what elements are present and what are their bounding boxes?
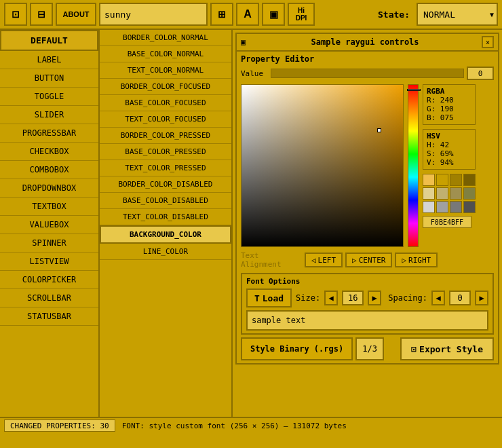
- swatch-10[interactable]: [450, 201, 462, 213]
- prop-text-color-disabled[interactable]: TEXT_COLOR_DISABLED: [100, 209, 231, 225]
- sidebar-item-combobox[interactable]: COMBOBOX: [0, 161, 98, 179]
- sidebar-item-listview[interactable]: LISTVIEW: [0, 253, 98, 271]
- prop-base-color-pressed[interactable]: BASE_COLOR_PRESSED: [100, 144, 231, 160]
- file-icon-btn[interactable]: ⊡: [4, 3, 27, 26]
- prop-border-color-disabled[interactable]: BORDER_COLOR_DISABLED: [100, 176, 231, 193]
- align-right-icon: ▷: [402, 256, 406, 265]
- swatch-9[interactable]: [436, 201, 448, 213]
- changed-text: CHANGED PROPERTIES: 30: [10, 422, 109, 430]
- sidebar-item-button[interactable]: BUTTON: [0, 69, 98, 88]
- size-display: 16: [342, 291, 364, 305]
- sidebar-item-checkbox[interactable]: CHECKBOX: [0, 143, 98, 161]
- sidebar-item-scrollbar[interactable]: SCROLLBAR: [0, 289, 98, 307]
- state-select[interactable]: NORMAL FOCUSED PRESSED DISABLED: [417, 3, 498, 26]
- sidebar-item-label[interactable]: LABEL: [0, 51, 98, 69]
- swatch-11[interactable]: [463, 201, 476, 213]
- prop-background-color[interactable]: BACKGROUND_COLOR: [100, 225, 231, 244]
- sidebar: DEFAULT LABEL BUTTON TOGGLE SLIDER PROGR…: [0, 30, 100, 417]
- prop-text-color-pressed[interactable]: TEXT_COLOR_PRESSED: [100, 160, 231, 176]
- color-gradient-overlay: [242, 85, 403, 246]
- api-view-btn[interactable]: HiDPI: [288, 3, 315, 26]
- page-indicator: 1/3: [355, 337, 384, 360]
- bottom-buttons: Style Binary (.rgs) 1/3 ⊡ Export Style: [241, 337, 494, 360]
- color-swatches: [423, 174, 476, 213]
- value-slider-fill: [271, 69, 463, 77]
- export-label: Export Style: [419, 344, 483, 354]
- hsv-v: V: 94%: [427, 158, 454, 167]
- prop-base-color-focused[interactable]: BASE_COLOR_FOCUSED: [100, 95, 231, 111]
- swatch-4[interactable]: [423, 187, 435, 200]
- style-binary-btn[interactable]: Style Binary (.rgs): [241, 337, 353, 360]
- hsv-s: S: 69%: [427, 149, 454, 158]
- property-editor: Property Editor Value: [237, 52, 498, 363]
- sidebar-item-dropdownbox[interactable]: DROPDOWNBOX: [0, 179, 98, 198]
- prop-border-color-focused[interactable]: BORDER_COLOR_FOCUSED: [100, 79, 231, 95]
- color-hue-strip[interactable]: [408, 84, 419, 247]
- hex-input[interactable]: [423, 216, 471, 228]
- font-row: T Load Size: ◀ 16 ▶ Spacing: ◀ 0 ▶: [246, 288, 488, 307]
- value-input[interactable]: [467, 67, 494, 80]
- sidebar-item-colorpicker[interactable]: COLORPICKER: [0, 271, 98, 289]
- prop-text-color-focused[interactable]: TEXT_COLOR_FOCUSED: [100, 111, 231, 128]
- toolbar: ⊡ ⊟ ABOUT ⊞ A ▣ HiDPI State: NORMAL FOCU…: [0, 0, 502, 30]
- text-alignment-row: Text Alignment ◁ LEFT ▷ CENTER ▷ RIGHT: [241, 251, 494, 269]
- align-left-btn[interactable]: ◁ LEFT: [305, 253, 343, 267]
- hsv-v-row: V: 94%: [427, 158, 471, 167]
- prop-border-color-pressed[interactable]: BORDER_COLOR_PRESSED: [100, 128, 231, 144]
- status-font-info: FONT: style custom font (256 × 256) – 13…: [119, 421, 498, 431]
- load-font-label: Load: [263, 293, 284, 303]
- swatch-5[interactable]: [436, 187, 448, 200]
- right-panel: ▣ Sample raygui controls × Property Edit…: [233, 30, 502, 417]
- text-alignment-label: Text Alignment: [241, 251, 302, 269]
- swatch-6[interactable]: [450, 187, 462, 200]
- swatch-2[interactable]: [450, 174, 462, 186]
- window-title-icon: ▣: [241, 37, 246, 47]
- rgba-hsv-panel: RGBA R: 240 G: 190 B: 075: [423, 84, 476, 247]
- spacing-increment-btn[interactable]: ▶: [475, 291, 488, 305]
- window-close-btn[interactable]: ×: [482, 36, 494, 48]
- sidebar-item-slider[interactable]: SLIDER: [0, 106, 98, 124]
- align-right-label: RIGHT: [408, 256, 431, 265]
- sidebar-item-spinner[interactable]: SPINNER: [0, 234, 98, 253]
- spacing-decrement-btn[interactable]: ◀: [431, 291, 445, 305]
- prop-base-color-normal[interactable]: BASE_COLOR_NORMAL: [100, 46, 231, 62]
- property-editor-title: Property Editor: [241, 54, 494, 64]
- align-right-btn[interactable]: ▷ RIGHT: [395, 253, 438, 267]
- grid-view-btn[interactable]: ⊞: [210, 3, 233, 26]
- about-label: ABOUT: [62, 10, 89, 18]
- size-increment-btn[interactable]: ▶: [368, 291, 381, 305]
- swatch-7[interactable]: [463, 187, 476, 200]
- style-binary-label: Style Binary (.rgs): [250, 344, 343, 354]
- prop-text-color-normal[interactable]: TEXT_COLOR_NORMAL: [100, 62, 231, 79]
- size-label: Size:: [296, 293, 320, 303]
- prop-line-color[interactable]: LINE_COLOR: [100, 244, 231, 260]
- hsv-s-row: S: 69%: [427, 149, 471, 158]
- swatch-1[interactable]: [436, 174, 448, 186]
- swatch-8[interactable]: [423, 201, 435, 213]
- sidebar-header[interactable]: DEFAULT: [0, 30, 98, 51]
- export-style-btn[interactable]: ⊡ Export Style: [400, 337, 494, 360]
- sidebar-item-textbox[interactable]: TEXTBOX: [0, 198, 98, 216]
- sidebar-item-valuebox[interactable]: VALUEBOX: [0, 216, 98, 234]
- align-center-label: CENTER: [359, 256, 386, 265]
- color-gradient[interactable]: [241, 84, 404, 247]
- rgba-b: B: 075: [427, 113, 454, 122]
- widget-view-btn[interactable]: ▣: [262, 3, 285, 26]
- swatch-0[interactable]: [423, 174, 435, 186]
- sidebar-item-toggle[interactable]: TOGGLE: [0, 88, 98, 106]
- about-btn[interactable]: ABOUT: [56, 3, 96, 26]
- save-btn[interactable]: ⊟: [30, 3, 53, 26]
- swatch-3[interactable]: [463, 174, 476, 186]
- prop-border-color-normal[interactable]: BORDER_COLOR_NORMAL: [100, 30, 231, 46]
- prop-base-color-disabled[interactable]: BASE_COLOR_DISABLED: [100, 193, 231, 209]
- font-icon: A: [244, 8, 252, 20]
- load-font-btn[interactable]: T Load: [246, 288, 292, 307]
- sidebar-item-progressbar[interactable]: PROGRESSBAR: [0, 124, 98, 143]
- sidebar-item-statusbar[interactable]: STATUSBAR: [0, 307, 98, 326]
- size-decrement-btn[interactable]: ◀: [324, 291, 338, 305]
- value-slider[interactable]: [271, 69, 464, 78]
- font-view-btn[interactable]: A: [236, 3, 259, 26]
- align-center-btn[interactable]: ▷ CENTER: [345, 253, 392, 267]
- name-input[interactable]: [99, 3, 208, 26]
- align-center-icon: ▷: [352, 256, 357, 265]
